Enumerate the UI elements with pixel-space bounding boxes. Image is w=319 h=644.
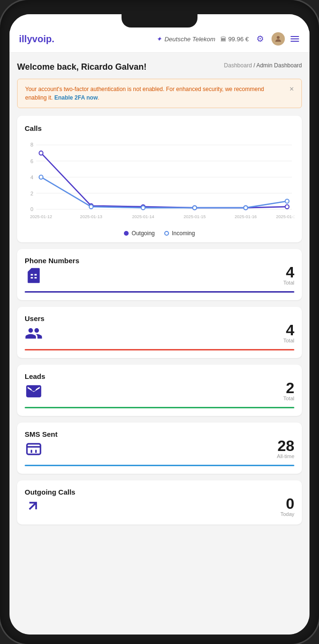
svg-text:0: 0 [30,206,33,212]
svg-text:8: 8 [30,142,33,147]
leads-icon [25,382,44,401]
outgoing-calls-card: Outgoing Calls 0 Today [17,480,302,524]
sms-card: SMS Sent 28 All-time [17,423,302,474]
leads-body: 2 Total [25,380,294,401]
outgoing-calls-title: Outgoing Calls [25,488,294,496]
incoming-label: Incoming [172,230,195,237]
sms-body: 28 All-time [25,438,294,459]
sim-icon [25,267,44,285]
outgoing-calls-icon [25,498,44,517]
phone-numbers-body: 4 Total [25,265,294,285]
sms-label: All-time [277,453,294,459]
svg-point-29 [31,387,36,392]
users-card: Users 4 Total [17,307,302,358]
phone-numbers-value: 4 Total [283,265,294,285]
svg-text:2: 2 [30,190,33,196]
users-value: 4 Total [283,322,294,343]
outgoing-calls-label: Today [281,511,294,517]
phone-numbers-card: Phone Numbers 4 Total [17,249,302,300]
svg-text:2025-01-13: 2025-01-13 [80,214,103,219]
svg-text:2025-01-14: 2025-01-14 [132,214,154,219]
leads-card: Leads 2 Total [17,365,302,416]
bank-icon: 🏛 [220,36,226,43]
incoming-legend-dot [164,231,169,236]
svg-text:6: 6 [30,158,33,164]
svg-point-21 [244,206,248,210]
sms-title: SMS Sent [25,430,294,438]
provider-icon: ✦ [156,35,162,43]
settings-icon[interactable]: ⚙ [253,32,267,46]
alert-cta[interactable]: Enable 2FA now [54,94,98,101]
users-label: Total [283,338,294,343]
provider-name: Deutsche Telekom [164,36,215,43]
outgoing-legend-dot [124,231,129,236]
chart-svg: 8 6 4 2 0 [25,139,294,224]
phone-numbers-label: Total [283,280,294,285]
calls-chart: 8 6 4 2 0 [25,139,294,234]
outgoing-legend: Outgoing [124,230,155,237]
phone-numbers-title: Phone Numbers [25,257,294,265]
leads-bar [25,407,294,408]
navbar-actions: ✦ Deutsche Telekom 🏛 99.96 € ⚙ [156,32,300,46]
svg-point-11 [39,151,43,155]
sms-bar [25,465,294,466]
leads-value: 2 Total [283,380,294,401]
provider-info: ✦ Deutsche Telekom [156,35,215,43]
outgoing-label: Outgoing [131,230,155,237]
svg-point-16 [285,205,289,209]
svg-rect-30 [27,444,41,454]
outgoing-calls-value: 0 Today [281,496,294,517]
outgoing-calls-body: 0 Today [25,496,294,517]
calls-chart-card: Calls 8 6 4 2 0 [17,116,302,242]
alert-banner: Your account's two-factor authentication… [17,79,302,108]
alert-text: Your account's two-factor authentication… [25,85,286,102]
leads-title: Leads [25,372,294,380]
calls-chart-title: Calls [25,124,294,132]
svg-text:4: 4 [30,174,33,180]
sms-value: 28 All-time [277,438,294,459]
welcome-title: Welcome back, Ricardo Galvan! [17,62,147,72]
breadcrumb-current: Admin Dashboard [256,62,302,69]
users-count: 4 [283,322,294,338]
svg-text:2025-01-12: 2025-01-12 [30,214,52,219]
users-icon [25,324,44,343]
breadcrumb-home[interactable]: Dashboard [224,62,252,69]
svg-text:2025-01-15: 2025-01-15 [184,214,206,219]
svg-text:2025-01-16: 2025-01-16 [235,214,257,219]
alert-close-button[interactable]: × [290,85,294,93]
sms-icon [25,440,44,459]
leads-label: Total [283,396,294,401]
welcome-header: Welcome back, Ricardo Galvan! Dashboard … [17,62,302,72]
chart-legend: Outgoing Incoming [25,230,294,237]
svg-point-19 [141,206,145,210]
outgoing-calls-count: 0 [281,496,294,511]
users-body: 4 Total [25,322,294,343]
phone-numbers-count: 4 [283,265,294,280]
balance-display: 🏛 99.96 € [220,36,249,43]
app-logo[interactable]: illyvoip. [19,34,54,45]
svg-point-22 [285,199,289,203]
svg-point-0 [277,36,280,39]
svg-point-20 [193,206,197,210]
users-title: Users [25,314,294,322]
menu-button[interactable] [290,35,300,43]
sms-count: 28 [277,438,294,453]
incoming-legend: Incoming [164,230,195,237]
balance-amount: 99.96 € [228,36,249,43]
svg-text:2025-01-17: 2025-01-17 [276,214,294,219]
leads-count: 2 [283,380,294,396]
phone-numbers-bar [25,291,294,293]
avatar[interactable] [272,32,285,46]
svg-point-18 [89,205,93,209]
svg-point-17 [39,175,43,179]
breadcrumb: Dashboard / Admin Dashboard [224,62,302,69]
users-bar [25,349,294,350]
